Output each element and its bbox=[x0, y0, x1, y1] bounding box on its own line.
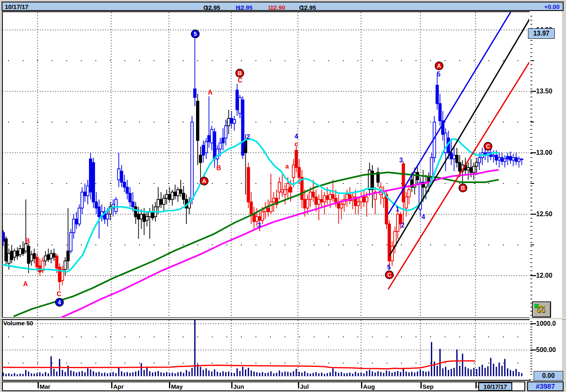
month-tick bbox=[475, 382, 477, 388]
volume-value-badge: 0.00 bbox=[534, 371, 563, 381]
trading-chart-window: 10/17/17 O: 12.95 H: 12.95 L: 12.90 C: 1… bbox=[0, 0, 566, 392]
month-tick bbox=[111, 382, 112, 388]
month-label-Apr: Apr bbox=[113, 383, 124, 390]
close-quote: C: 12.95 bbox=[299, 3, 301, 10]
month-label-Aug: Aug bbox=[363, 383, 375, 390]
month-label-Jun: Jun bbox=[233, 383, 244, 390]
high-quote: H: 12.95 bbox=[236, 3, 237, 10]
scale-tool-button[interactable]: ⚖ bbox=[532, 301, 551, 318]
price-tick-label: 12.00 bbox=[536, 272, 552, 279]
price-tick-label: 13.50 bbox=[536, 88, 552, 95]
cursor-date-badge: 10/17/17 bbox=[478, 382, 512, 391]
volume-tick-label: 500.00 bbox=[536, 346, 556, 354]
month-label-Sep: Sep bbox=[422, 383, 434, 390]
month-tick bbox=[38, 382, 39, 388]
month-tick bbox=[169, 382, 170, 388]
month-label-Mar: Mar bbox=[40, 383, 51, 390]
price-chart-panel[interactable] bbox=[2, 11, 530, 318]
price-tick-label: 12.50 bbox=[536, 211, 552, 218]
month-label-May: May bbox=[171, 383, 183, 390]
month-label-Jul: Jul bbox=[300, 383, 309, 390]
contract-number-badge: #3987 bbox=[527, 381, 564, 391]
volume-tick-label: 1000.0 bbox=[536, 320, 556, 327]
net-change: +0.00 bbox=[544, 3, 560, 10]
open-quote: O: 12.95 bbox=[203, 3, 205, 10]
balance-scales-icon: ⚖ bbox=[536, 303, 545, 315]
month-tick bbox=[298, 382, 299, 388]
volume-indicator-label: Volume 50 bbox=[3, 320, 33, 327]
quote-date: 10/17/17 bbox=[5, 3, 28, 10]
low-quote: L: 12.90 bbox=[268, 3, 270, 10]
month-tick bbox=[420, 382, 422, 388]
month-tick bbox=[361, 382, 362, 388]
price-tick-label: 13.00 bbox=[536, 149, 552, 156]
quote-bar: 10/17/17 O: 12.95 H: 12.95 L: 12.90 C: 1… bbox=[2, 2, 564, 11]
time-axis-bar[interactable]: MarAprMayJunJulAugSepO bbox=[2, 381, 525, 391]
month-tick bbox=[231, 382, 232, 388]
volume-panel[interactable] bbox=[2, 319, 530, 381]
last-price-badge: 13.97 bbox=[528, 28, 555, 39]
